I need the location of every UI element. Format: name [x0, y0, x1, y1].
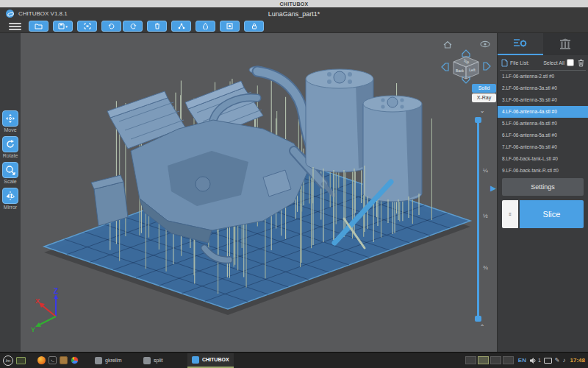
file-list-item[interactable]: 7.LF-06-antenna-5b.stl #0 [498, 141, 588, 153]
select-all-checkbox[interactable] [567, 59, 574, 66]
delete-files-trash-icon[interactable] [578, 59, 584, 67]
rotate-icon [2, 136, 18, 152]
file-list-item[interactable]: 6.LF-06-antenna-5a.stl #0 [498, 130, 588, 141]
workspace-4[interactable] [503, 356, 514, 364]
lock-button[interactable] [244, 21, 264, 32]
hollow-button[interactable] [196, 21, 215, 32]
file-list-item[interactable]: 1.LF-06-antenna-2.stl #0 [498, 71, 588, 82]
volume-icon[interactable] [529, 357, 537, 364]
mirror-label: Mirror [4, 205, 17, 210]
app-header: CHITUBOX V1.8.1 LunaGans_part1* [0, 7, 588, 20]
file-list-title: File List: [510, 60, 543, 66]
delete-button[interactable] [147, 21, 167, 32]
workspace-3[interactable] [490, 356, 501, 364]
mint-menu-button[interactable]: lm [3, 355, 13, 366]
window-title: CHITUBOX [280, 1, 309, 7]
chitubox-window: CHITUBOX CHITUBOX V1.8.1 LunaGans_part1*… [0, 0, 588, 368]
scale-tool[interactable]: Scale [2, 162, 18, 184]
terminal-launcher-icon[interactable]: ›_ [49, 356, 57, 364]
viewport-3d-canvas[interactable] [21, 33, 497, 352]
right-panel-tabs [498, 33, 588, 55]
move-label: Move [4, 127, 16, 132]
auto-layout-button[interactable] [171, 21, 191, 32]
axis-y-label: Y [31, 326, 35, 333]
viewport-3d[interactable]: Top Back Left Solid X-Ray ⌄ ¼ ½ ¾ [21, 33, 497, 352]
axis-x-label: X [35, 297, 40, 305]
clip-height-slider: ⌄ ¼ ½ ¾ ⌃ [467, 105, 497, 333]
document-title: LunaGans_part1* [0, 10, 588, 18]
rotate-left-arrow[interactable] [442, 63, 448, 71]
main-area: Move Rotate Scale Mirror [0, 33, 588, 352]
task-window-icon [143, 357, 151, 364]
file-list-item[interactable]: 8.LF-06-back-tank-L.stl #0 [498, 153, 588, 165]
view-cube[interactable]: Top Back Left [453, 57, 478, 79]
rotate-tool[interactable]: Rotate [2, 136, 18, 158]
task-window-icon [192, 356, 199, 364]
undo-button[interactable] [101, 21, 121, 32]
chrome-launcher-icon[interactable] [71, 356, 79, 364]
taskbar-task[interactable]: CHITUBOX [187, 353, 234, 368]
keyboard-layout-indicator[interactable]: EN [518, 357, 526, 364]
mirror-icon [2, 188, 18, 204]
panel-collapse-arrow[interactable]: ▶ [490, 185, 496, 192]
axis-z-label: Z [54, 287, 58, 295]
firefox-launcher-icon[interactable] [37, 356, 46, 364]
volume-level: 1 [538, 358, 541, 363]
left-tool-sidebar: Move Rotate Scale Mirror [0, 33, 21, 352]
slider-bottom-handle[interactable] [475, 316, 481, 322]
open-file-button[interactable] [29, 21, 49, 32]
slice-button[interactable]: Slice [520, 200, 584, 228]
tab-file-settings[interactable] [498, 33, 543, 55]
settings-button[interactable]: Settings [502, 178, 584, 196]
slice-options-button[interactable]: ≡ [502, 200, 518, 228]
xray-mode-button[interactable]: X-Ray [472, 93, 496, 102]
display-settings-icon[interactable] [544, 358, 552, 364]
file-list-icon [501, 59, 508, 67]
save-dropdown-caret[interactable]: ▾ [65, 24, 68, 29]
move-tool[interactable]: Move [2, 110, 18, 132]
scale-label: Scale [4, 179, 17, 184]
main-toolbar: ▾ [0, 20, 588, 33]
solid-mode-button[interactable]: Solid [472, 84, 496, 93]
move-icon [2, 110, 18, 127]
rotate-right-arrow[interactable] [484, 63, 490, 70]
scale-icon [2, 162, 18, 178]
desktop-taskbar: lm ›_ gkrellm split CHITUBO [0, 352, 588, 368]
taskbar-clock[interactable]: 17:48 [570, 357, 585, 364]
dig-hole-button[interactable] [220, 21, 240, 32]
menu-hamburger-button[interactable] [9, 21, 21, 32]
view-cube-cluster: Top Back Left [438, 36, 495, 85]
file-list-item[interactable]: 3.LF-06-antenna-3b.stl #0 [498, 94, 588, 106]
slider-top-handle[interactable] [475, 117, 481, 123]
file-list-item[interactable]: 5.LF-06-antenna-4b.stl #0 [498, 118, 588, 130]
workspace-1[interactable] [465, 356, 476, 364]
taskbar-task[interactable]: split [139, 353, 183, 368]
rotate-label: Rotate [3, 153, 18, 158]
slider-label-quarter: ¼ [483, 167, 488, 174]
center-model-button[interactable] [77, 21, 97, 32]
home-view-icon[interactable] [444, 42, 451, 49]
file-list-item[interactable]: 9.LF-06-back-tank-R.stl #0 [498, 165, 588, 172]
slider-label-half: ½ [483, 213, 488, 219]
window-titlebar[interactable]: CHITUBOX [0, 0, 588, 7]
select-all-label: Select All [543, 60, 564, 66]
support-pillars-icon [559, 38, 572, 50]
mirror-tool[interactable]: Mirror [2, 188, 18, 210]
sound-note-icon[interactable]: ♪ [563, 357, 566, 364]
slider-track[interactable] [477, 120, 479, 319]
rotate-up-arrow[interactable] [462, 50, 470, 57]
workspace-2[interactable] [478, 356, 489, 364]
perspective-eye-icon[interactable] [481, 41, 490, 46]
tab-support[interactable] [543, 33, 588, 55]
redo-button[interactable] [123, 21, 143, 32]
show-desktop-button[interactable] [16, 357, 26, 364]
slider-down-chevron[interactable]: ⌃ [473, 325, 491, 330]
save-button[interactable]: ▾ [53, 21, 73, 32]
cube-face-back: Back [456, 68, 465, 73]
file-list-item[interactable]: 2.LF-06-antenna-3a.stl #0 [498, 82, 588, 94]
notes-pencil-icon[interactable]: ✎ [555, 357, 560, 364]
slider-up-chevron[interactable]: ⌄ [473, 108, 491, 114]
files-launcher-icon[interactable] [60, 356, 68, 364]
taskbar-task[interactable]: gkrellm [90, 353, 135, 368]
file-list-item[interactable]: 4.LF-06-antenna-4a.stl #0 [498, 106, 588, 118]
